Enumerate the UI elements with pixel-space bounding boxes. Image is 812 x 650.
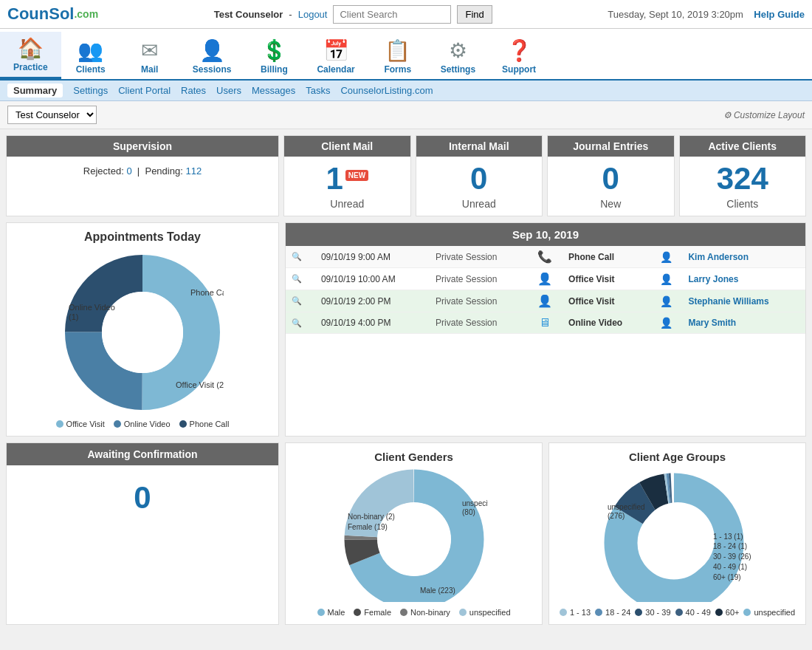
tab-summary[interactable]: Summary: [7, 83, 63, 98]
rejected-value[interactable]: 0: [126, 165, 131, 177]
nav-item-settings[interactable]: ⚙ Settings: [427, 34, 489, 79]
svg-text:Male (223): Male (223): [420, 586, 455, 595]
nav-item-clients[interactable]: 👥 Clients: [61, 34, 120, 79]
appointments-title: Appointments Today: [14, 230, 271, 244]
active-clients-box: Active Clients 324 Clients: [679, 135, 807, 216]
person-icon: 👤: [650, 312, 683, 334]
nav-item-forms[interactable]: 📋 Forms: [368, 34, 427, 79]
svg-text:18 - 24 (1): 18 - 24 (1): [713, 542, 747, 550]
visit-type: Office Visit: [562, 268, 650, 290]
tab-tasks[interactable]: Tasks: [306, 85, 330, 96]
sessions-icon: 👤: [199, 38, 225, 63]
svg-text:Female (19): Female (19): [348, 523, 388, 531]
journal-entries-value: 0: [602, 157, 619, 198]
nav-label-practice: Practice: [13, 62, 48, 72]
active-clients-value: 324: [717, 157, 768, 198]
person-icon: 👤: [650, 268, 683, 290]
counselor-select[interactable]: Test Counselor: [7, 106, 97, 124]
new-badge: NEW: [345, 170, 368, 181]
client-mail-value: 1NEW: [326, 157, 368, 198]
search-icon-cell[interactable]: 🔍: [286, 312, 315, 334]
person-icon: 👤: [650, 290, 683, 312]
nav-item-mail[interactable]: ✉ Mail: [120, 34, 179, 79]
nav-item-billing[interactable]: 💲 Billing: [244, 34, 303, 79]
legend-office-visit: Office Visit: [56, 420, 105, 428]
appointment-date: 09/10/19 2:00 PM: [315, 290, 430, 312]
nav-label-calendar: Calendar: [317, 64, 354, 75]
nav-label-settings: Settings: [441, 64, 475, 75]
header: CounSol.com Test Counselor - Logout Find…: [0, 0, 812, 29]
logo-text: CounSol: [7, 4, 74, 24]
tab-users[interactable]: Users: [216, 85, 241, 96]
support-icon: ❓: [506, 38, 532, 63]
session-type: Private Session: [430, 312, 527, 334]
client-name[interactable]: Kim Anderson: [682, 246, 805, 268]
stats-row: Supervision Rejected: 0 | Pending: 112 C…: [6, 135, 806, 216]
tab-messages[interactable]: Messages: [252, 85, 295, 96]
svg-text:(276): (276): [608, 512, 625, 520]
search-icon-cell[interactable]: 🔍: [286, 246, 315, 268]
tab-rates[interactable]: Rates: [181, 85, 206, 96]
legend-online-video: Online Video: [114, 420, 171, 428]
table-row: 🔍 09/10/19 4:00 PM Private Session 🖥 Onl…: [286, 312, 805, 334]
session-type: Private Session: [430, 246, 527, 268]
nav-label-forms: Forms: [384, 64, 411, 75]
awaiting-value: 0: [7, 465, 278, 530]
tab-counselorlisting[interactable]: CounselorListing.com: [340, 85, 433, 96]
visit-icon: 📞: [527, 246, 562, 268]
customize-layout-link[interactable]: ⚙ Customize Layout: [723, 110, 805, 120]
svg-text:unspecified: unspecified: [608, 503, 645, 511]
nav-item-support[interactable]: ❓ Support: [489, 34, 549, 79]
sub-nav: Summary Settings Client Portal Rates Use…: [0, 81, 812, 101]
table-row: 🔍 09/10/19 9:00 AM Private Session 📞 Pho…: [286, 246, 805, 268]
age-box: Client Age Groups unspecified (276) 1 - …: [548, 442, 806, 625]
nav-label-sessions: Sessions: [193, 64, 232, 75]
svg-text:30 - 39 (26): 30 - 39 (26): [713, 552, 751, 561]
bottom-row: Awaiting Confirmation 0 Client Genders u…: [6, 442, 806, 625]
help-guide-link[interactable]: Help Guide: [754, 9, 805, 20]
supervision-header: Supervision: [7, 136, 278, 157]
search-input[interactable]: [333, 5, 451, 24]
supervision-body: Rejected: 0 | Pending: 112: [7, 157, 278, 185]
logout-link[interactable]: Logout: [298, 9, 328, 20]
session-type: Private Session: [430, 290, 527, 312]
middle-row: Appointments Today Phone Call (1) Online…: [6, 222, 806, 437]
nav-item-sessions[interactable]: 👤 Sessions: [179, 34, 245, 79]
client-name[interactable]: Mary Smith: [682, 312, 805, 334]
billing-icon: 💲: [261, 38, 287, 63]
appointment-date: 09/10/19 10:00 AM: [315, 268, 430, 290]
svg-text:unspecified: unspecified: [462, 499, 488, 507]
tab-client-portal[interactable]: Client Portal: [118, 85, 171, 96]
pending-value[interactable]: 112: [185, 165, 202, 177]
svg-text:(80): (80): [462, 508, 475, 516]
appointments-box: Appointments Today Phone Call (1) Online…: [6, 222, 279, 437]
logo: CounSol.com: [7, 4, 98, 24]
age-title: Client Age Groups: [557, 451, 798, 463]
datetime: Tuesday, Sept 10, 2019 3:20pm: [608, 9, 743, 20]
counselor-name: Test Counselor: [214, 9, 283, 20]
svg-text:(1): (1): [69, 312, 78, 321]
tab-settings[interactable]: Settings: [73, 85, 108, 96]
home-icon: 🏠: [18, 36, 44, 61]
active-clients-header: Active Clients: [680, 136, 806, 157]
client-name[interactable]: Larry Jones: [682, 268, 805, 290]
internal-mail-label: Unread: [462, 198, 496, 216]
svg-text:Phone Call (1): Phone Call (1): [190, 288, 224, 297]
svg-point-24: [641, 502, 715, 576]
svg-text:40 - 49 (1): 40 - 49 (1): [713, 563, 747, 571]
nav-item-calendar[interactable]: 📅 Calendar: [303, 34, 368, 79]
client-name[interactable]: Stephanie Williams: [682, 290, 805, 312]
counselor-row: Test Counselor ⚙ Customize Layout: [0, 101, 812, 129]
client-mail-box: Client Mail 1NEW Unread: [283, 135, 411, 216]
find-button[interactable]: Find: [457, 5, 492, 24]
search-icon-cell[interactable]: 🔍: [286, 290, 315, 312]
search-icon-cell[interactable]: 🔍: [286, 268, 315, 290]
calendar-header: Sep 10, 2019: [286, 223, 805, 246]
svg-text:60+ (19): 60+ (19): [713, 573, 741, 581]
nav-item-practice[interactable]: 🏠 Practice: [0, 32, 61, 79]
gender-chart-container: unspecified (80) Non-binary (2) Female (…: [293, 469, 534, 602]
awaiting-box: Awaiting Confirmation 0: [6, 442, 279, 625]
visit-icon: 👤: [527, 290, 562, 312]
appointments-legend: Office Visit Online Video Phone Call: [14, 420, 271, 428]
clients-icon: 👥: [78, 38, 103, 63]
